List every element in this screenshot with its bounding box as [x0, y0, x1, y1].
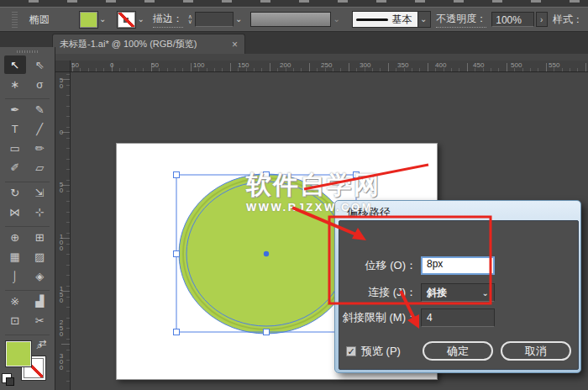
h-ruler-label: 350 [397, 61, 408, 69]
h-ruler-label: 450 [473, 61, 484, 69]
slice-tool[interactable]: ✂ [29, 311, 50, 329]
brush-chevron[interactable]: ⌄ [418, 11, 431, 28]
panel-grip [12, 11, 18, 28]
column-graph-tool[interactable]: ▟ [29, 292, 50, 310]
rectangle-tool[interactable]: ▭ [4, 139, 26, 157]
line-segment-tool[interactable]: ╱ [29, 119, 50, 138]
tool-group-divider [5, 95, 50, 99]
gradient-tool[interactable]: ▨ [29, 247, 50, 266]
h-ruler-label: 0 [110, 61, 113, 69]
stroke-color-swatch[interactable] [118, 12, 135, 28]
document-tab[interactable]: 未标题-1.ai* @ 100% (RGB/预览) × [52, 34, 245, 54]
chevron-down-icon[interactable]: ⌄ [137, 15, 144, 24]
h-ruler-label: 250 [321, 61, 332, 69]
miter-limit-label: 斜接限制 (M)： [339, 308, 417, 327]
h-ruler-label: 150 [238, 61, 249, 69]
brush-name: 基本 [392, 13, 412, 27]
paintbrush-tool[interactable]: ✏ [29, 139, 50, 157]
shape-builder-tool[interactable]: ⊕ [4, 228, 26, 246]
brush-definition-dropdown[interactable]: 基本 [352, 11, 418, 28]
v-ruler-label: 50 [58, 77, 65, 89]
fill-color-swatch[interactable] [80, 12, 97, 28]
context-tool-label: 椭圆 [29, 13, 50, 27]
close-icon[interactable]: × [232, 39, 238, 50]
type-tool[interactable]: T [4, 119, 26, 138]
h-ruler-label: 200 [280, 61, 291, 69]
eraser-tool[interactable]: ▱ [29, 158, 50, 177]
width-tool[interactable]: ⋈ [4, 203, 26, 221]
h-ruler-label: 400 [435, 61, 446, 69]
direct-selection-tool[interactable]: ⇖ [29, 55, 50, 74]
checkbox-check-icon[interactable]: ✓ [346, 346, 356, 356]
chevron-down-icon: ⌄ [482, 288, 489, 298]
v-ruler-label: 150 [58, 286, 65, 303]
chevron-down-icon[interactable]: ⌄ [235, 15, 242, 24]
tools-panel-grip[interactable] [0, 47, 55, 55]
perspective-grid-tool[interactable]: ⊞ [29, 228, 50, 246]
stroke-weight-label[interactable]: 描边： [153, 12, 183, 28]
mesh-tool[interactable]: ▦ [4, 247, 26, 266]
stroke-weight-field[interactable] [195, 12, 234, 27]
tool-group-divider [5, 178, 50, 182]
h-ruler-label: 100 [193, 61, 204, 69]
eyedropper-tool[interactable]: ⌡ [4, 266, 26, 285]
fill-swatch[interactable] [6, 341, 31, 366]
document-tab-bar: 未标题-1.ai* @ 100% (RGB/预览) × [0, 32, 588, 54]
illustrator-window: 椭圆 ⌄ ⌄ 描边： ∧ ∨ ⌄ ⌄ 基本 ⌄ 不透明度： 100% › 样式：… [0, 0, 588, 390]
symbol-sprayer-tool[interactable]: ※ [4, 292, 26, 310]
tools-panel: ↖⇖∗σ✒✎T╱▭✏✐▱↻⇲⋈⊹⊕⊞▦▨⌡◈※▟⊡✂☞⌕ ⇄ [0, 47, 55, 390]
v-ruler-label: 50 [58, 182, 65, 193]
tool-group-divider [5, 223, 50, 227]
default-fill-stroke-icon[interactable] [2, 373, 12, 383]
pen-tool[interactable]: ✒ [4, 100, 26, 119]
join-selected-value: 斜接 [427, 286, 447, 300]
h-ruler-label: 550 [549, 61, 559, 69]
dialog-body: 位移 (O)： 8px 连接 (J)： 斜接 ⌄ 斜接限制 (M)： 4 ✓ 预… [339, 220, 579, 370]
join-select[interactable]: 斜接 ⌄ [421, 283, 495, 302]
magic-wand-tool[interactable]: ∗ [4, 75, 26, 93]
h-ruler-label: 50 [71, 61, 79, 69]
artboard-tool[interactable]: ⊡ [4, 311, 26, 329]
selection-tool[interactable]: ↖ [4, 55, 26, 74]
offset-field-label: 位移 (O)： [339, 256, 417, 275]
miter-limit-input[interactable]: 4 [421, 308, 495, 327]
chevron-down-icon[interactable]: ⌄ [333, 15, 339, 24]
opacity-expand-button[interactable]: › [536, 12, 548, 27]
free-transform-tool[interactable]: ⊹ [29, 203, 50, 221]
stepper-down-icon[interactable]: ∨ [188, 19, 192, 24]
v-ruler-label: 250 [58, 319, 65, 337]
h-ruler-label: 50 [151, 61, 159, 69]
curvature-tool[interactable]: ✎ [29, 100, 50, 119]
v-ruler-label: 100 [58, 234, 65, 251]
lasso-tool[interactable]: σ [29, 75, 50, 93]
v-ruler-label: 300 [58, 353, 65, 371]
vertical-ruler: 50050100150250300 [55, 72, 71, 390]
pencil-tool[interactable]: ✐ [4, 158, 26, 177]
rotate-tool[interactable]: ↻ [4, 183, 26, 202]
scale-tool[interactable]: ⇲ [29, 183, 50, 202]
tool-group-divider [5, 287, 50, 291]
v-ruler-label: 0 [58, 129, 65, 135]
blend-tool[interactable]: ◈ [29, 266, 50, 285]
preview-checkbox-label: 预览 (P) [361, 344, 401, 359]
brush-stroke-preview [356, 18, 388, 21]
fill-stroke-controls: ⇄ [0, 338, 55, 390]
opacity-label[interactable]: 不透明度： [436, 12, 486, 28]
cropped-menu-bar [0, 0, 588, 7]
style-label: 样式： [553, 13, 583, 27]
tool-group-divider [5, 331, 50, 335]
stroke-weight-stepper[interactable]: ∧ ∨ [188, 14, 192, 24]
offset-path-dialog[interactable]: 偏移路径 位移 (O)： 8px 连接 (J)： 斜接 ⌄ 斜接限制 (M)： … [334, 200, 581, 373]
preview-checkbox[interactable]: ✓ 预览 (P) [346, 344, 401, 359]
join-field-label: 连接 (J)： [339, 283, 417, 302]
cancel-button[interactable]: 取消 [501, 341, 571, 361]
chevron-down-icon[interactable]: ⌄ [99, 15, 106, 24]
document-tab-title: 未标题-1.ai* @ 100% (RGB/预览) [60, 38, 197, 50]
width-profile-dropdown[interactable] [250, 12, 331, 27]
swap-fill-stroke-icon[interactable]: ⇄ [39, 338, 46, 349]
opacity-field[interactable]: 100% [491, 12, 533, 27]
control-bar: 椭圆 ⌄ ⌄ 描边： ∧ ∨ ⌄ ⌄ 基本 ⌄ 不透明度： 100% › 样式： [0, 7, 588, 32]
ok-button[interactable]: 确定 [423, 341, 493, 361]
offset-input[interactable]: 8px [421, 256, 495, 275]
horizontal-ruler: 50050100150200250300350400450500550 [55, 61, 588, 72]
